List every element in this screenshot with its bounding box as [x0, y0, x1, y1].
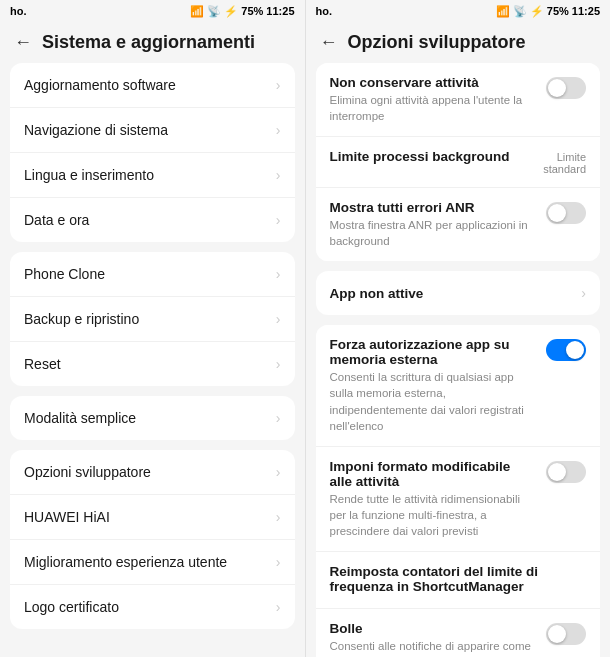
app-non-attive-item[interactable]: App non attive ›	[316, 271, 601, 315]
toggle-knob	[548, 625, 566, 643]
dev-item-non-conservare: Non conservare attività Elimina ogni att…	[316, 63, 601, 137]
toggle-knob	[548, 204, 566, 222]
left-panel: ho. 📶 📡 ⚡ 75% 11:25 ← Sistema e aggiorna…	[0, 0, 306, 657]
toggle-knob	[548, 79, 566, 97]
signal-icon-right: 📶	[496, 5, 510, 18]
status-icons-right: 📶 📡 ⚡ 75% 11:25	[496, 5, 600, 18]
menu-item-huawei[interactable]: HUAWEI HiAI ›	[10, 495, 295, 540]
menu-item-aggiornamento[interactable]: Aggiornamento software ›	[10, 63, 295, 108]
menu-item-navigazione[interactable]: Navigazione di sistema ›	[10, 108, 295, 153]
chevron-icon: ›	[276, 311, 281, 327]
menu-item-phone-clone[interactable]: Phone Clone ›	[10, 252, 295, 297]
chevron-icon: ›	[276, 266, 281, 282]
dev-item-errori-anr: Mostra tutti errori ANR Mostra finestra …	[316, 188, 601, 261]
dev-item-limite-processi[interactable]: Limite processi background Limitestandar…	[316, 137, 601, 188]
chevron-icon: ›	[276, 410, 281, 426]
status-bar-left: ho. 📶 📡 ⚡ 75% 11:25	[0, 0, 305, 22]
page-title-right: Opzioni sviluppatore	[348, 32, 526, 53]
menu-group-2: Phone Clone › Backup e ripristino › Rese…	[10, 252, 295, 386]
toggle-errori-anr[interactable]	[546, 202, 586, 224]
dev-item-reimposta[interactable]: Reimposta contatori del limite di freque…	[316, 552, 601, 609]
chevron-icon: ›	[276, 122, 281, 138]
toggle-imponi[interactable]	[546, 461, 586, 483]
toggle-knob	[548, 463, 566, 481]
menu-item-logo[interactable]: Logo certificato ›	[10, 585, 295, 629]
toggle-bolle[interactable]	[546, 623, 586, 645]
menu-group-1: Aggiornamento software › Navigazione di …	[10, 63, 295, 242]
bluetooth-icon-right: ⚡	[530, 5, 544, 18]
time-right: 11:25	[572, 5, 600, 17]
dev-item-imponi: Imponi formato modificabile alle attivit…	[316, 447, 601, 552]
menu-item-backup[interactable]: Backup e ripristino ›	[10, 297, 295, 342]
chevron-icon-app: ›	[581, 285, 586, 301]
page-title-left: Sistema e aggiornamenti	[42, 32, 255, 53]
header-left: ← Sistema e aggiornamenti	[0, 22, 305, 63]
toggle-non-conservare[interactable]	[546, 77, 586, 99]
chevron-icon: ›	[276, 212, 281, 228]
chevron-icon: ›	[276, 509, 281, 525]
menu-item-data[interactable]: Data e ora ›	[10, 198, 295, 242]
chevron-icon: ›	[276, 464, 281, 480]
dev-item-bolle: Bolle Consenti alle notifiche di apparir…	[316, 609, 601, 657]
back-button-left[interactable]: ←	[14, 32, 32, 53]
status-icons-left: 📶 📡 ⚡ 75% 11:25	[190, 5, 294, 18]
dev-item-forza: Forza autorizzazione app su memoria este…	[316, 325, 601, 446]
bluetooth-icon-left: ⚡	[224, 5, 238, 18]
chevron-icon: ›	[276, 599, 281, 615]
limit-badge: Limitestandard	[543, 151, 586, 175]
left-content: Aggiornamento software › Navigazione di …	[0, 63, 305, 657]
header-right: ← Opzioni sviluppatore	[306, 22, 611, 63]
menu-item-opzioni[interactable]: Opzioni sviluppatore ›	[10, 450, 295, 495]
dev-group-2: Forza autorizzazione app su memoria este…	[316, 325, 601, 657]
right-panel: ho. 📶 📡 ⚡ 75% 11:25 ← Opzioni sviluppato…	[306, 0, 611, 657]
menu-item-reset[interactable]: Reset ›	[10, 342, 295, 386]
menu-item-modalita[interactable]: Modalità semplice ›	[10, 396, 295, 440]
status-bar-right: ho. 📶 📡 ⚡ 75% 11:25	[306, 0, 611, 22]
menu-group-3: Modalità semplice ›	[10, 396, 295, 440]
carrier-left: ho.	[10, 5, 27, 17]
wifi-icon-right: 📡	[513, 5, 527, 18]
menu-group-4: Opzioni sviluppatore › HUAWEI HiAI › Mig…	[10, 450, 295, 629]
chevron-icon: ›	[276, 554, 281, 570]
menu-item-miglioramento[interactable]: Miglioramento esperienza utente ›	[10, 540, 295, 585]
toggle-forza[interactable]	[546, 339, 586, 361]
battery-left: 75%	[241, 5, 263, 17]
battery-right: 75%	[547, 5, 569, 17]
wifi-icon-left: 📡	[207, 5, 221, 18]
chevron-icon: ›	[276, 356, 281, 372]
right-content: Non conservare attività Elimina ogni att…	[306, 63, 611, 657]
toggle-knob	[566, 341, 584, 359]
back-button-right[interactable]: ←	[320, 32, 338, 53]
time-left: 11:25	[266, 5, 294, 17]
carrier-right: ho.	[316, 5, 333, 17]
chevron-icon: ›	[276, 77, 281, 93]
menu-item-lingua[interactable]: Lingua e inserimento ›	[10, 153, 295, 198]
signal-icon-left: 📶	[190, 5, 204, 18]
dev-group-1: Non conservare attività Elimina ogni att…	[316, 63, 601, 261]
chevron-icon: ›	[276, 167, 281, 183]
